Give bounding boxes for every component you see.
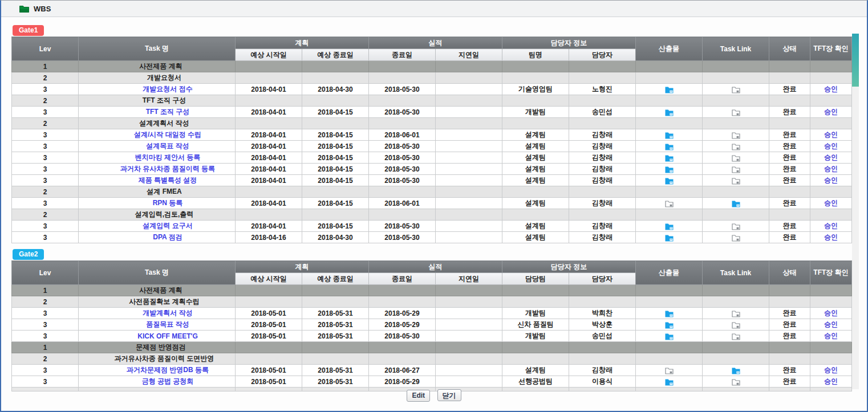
lev-cell: 1	[12, 61, 79, 72]
deliverable-gray-folder-icon[interactable]	[665, 200, 674, 207]
task-name-link[interactable]: TFT 조직 구성	[146, 108, 190, 116]
team-cell: 설계팀	[502, 198, 569, 209]
task-link-gray-folder-icon[interactable]	[732, 177, 740, 185]
task-name-link[interactable]: 과거차문제점 반영DB 등록	[127, 366, 209, 374]
tasklink-cell	[703, 198, 769, 209]
deliverable-blue-folder-icon[interactable]	[665, 378, 674, 386]
approve-link[interactable]: 승인	[824, 332, 838, 340]
deliverable-blue-folder-icon[interactable]	[665, 177, 674, 185]
task-name-link[interactable]: 개발요청서 접수	[143, 85, 192, 93]
approve-link[interactable]: 승인	[824, 142, 838, 150]
deliverable-blue-folder-icon[interactable]	[665, 109, 674, 116]
close-button[interactable]: 닫기	[437, 389, 461, 401]
empty-cell	[569, 61, 636, 72]
deliverable-blue-folder-icon[interactable]	[665, 166, 674, 173]
deliverable-blue-folder-icon[interactable]	[665, 154, 674, 162]
task-link-gray-folder-icon[interactable]	[732, 310, 740, 317]
task-name-link[interactable]: 설계입력 요구서	[143, 222, 192, 230]
col-header-owner-team: 팀명	[502, 49, 569, 61]
deliverable-blue-folder-icon[interactable]	[665, 310, 674, 317]
scrollbar-thumb[interactable]	[852, 34, 859, 87]
deliverable-blue-folder-icon[interactable]	[665, 143, 674, 150]
lev-cell: 3	[12, 331, 79, 342]
empty-cell	[569, 209, 636, 221]
task-link-gray-folder-icon[interactable]	[732, 86, 740, 93]
task-cell: 설계계획서 작성	[79, 118, 236, 129]
status-cell: 완료	[769, 376, 810, 387]
task-link-gray-folder-icon[interactable]	[732, 109, 740, 116]
status-cell: 완료	[769, 319, 810, 331]
status-cell: 완료	[769, 221, 810, 232]
task-row: 3TFT 조직 구성2018-04-012018-04-152018-05-30…	[12, 107, 852, 118]
task-link-blue-folder-icon[interactable]	[732, 200, 740, 207]
vertical-scrollbar[interactable]	[852, 34, 859, 389]
task-name-link[interactable]: 설계목표 작성	[146, 142, 189, 150]
team-cell: 설계팀	[502, 232, 569, 243]
lev-cell: 2	[12, 296, 79, 308]
col-header-tft-confirm: TFT장 확인	[810, 261, 852, 285]
status-cell: 완료	[769, 129, 810, 141]
task-row: 3벤치마킹 제안서 등록2018-04-012018-04-152018-05-…	[12, 152, 852, 164]
task-link-gray-folder-icon[interactable]	[732, 378, 740, 386]
deliverable-blue-folder-icon[interactable]	[665, 223, 674, 230]
task-link-gray-folder-icon[interactable]	[732, 154, 740, 162]
task-link-gray-folder-icon[interactable]	[732, 223, 740, 230]
deliverable-blue-folder-icon[interactable]	[665, 321, 674, 329]
deliverable-cell	[636, 152, 703, 164]
task-name-link[interactable]: RPN 등록	[153, 199, 183, 207]
approve-link[interactable]: 승인	[824, 377, 838, 385]
task-name-link[interactable]: 제품 특별특성 설정	[139, 176, 197, 184]
col-header-owner-team: 담당팀	[502, 273, 569, 285]
approve-link[interactable]: 승인	[824, 320, 838, 328]
task-row: 3설계입력 요구서2018-04-012018-04-152018-05-30설…	[12, 221, 852, 232]
task-name-link[interactable]: 벤치마킹 제안서 등록	[135, 153, 201, 161]
team-cell: 설계팀	[502, 129, 569, 141]
task-link-gray-folder-icon[interactable]	[732, 132, 740, 139]
deliverable-cell	[636, 141, 703, 152]
approve-link[interactable]: 승인	[824, 222, 838, 230]
task-name-link[interactable]: 금형 공법 공청회	[142, 377, 194, 385]
task-name-link[interactable]: DPA 점검	[153, 233, 182, 241]
task-link-gray-folder-icon[interactable]	[732, 321, 740, 329]
empty-cell	[810, 61, 852, 72]
task-name-link[interactable]: KICK OFF MEET'G	[137, 332, 198, 340]
deliverable-blue-folder-icon[interactable]	[665, 86, 674, 93]
empty-cell	[769, 342, 810, 353]
approve-link[interactable]: 승인	[824, 176, 838, 184]
approve-link[interactable]: 승인	[824, 130, 838, 138]
edit-button[interactable]: Edit	[407, 390, 430, 402]
person-cell: 김창래	[569, 365, 636, 376]
task-name-link[interactable]: 개발계획서 작성	[143, 309, 192, 317]
approve-link[interactable]: 승인	[824, 165, 838, 173]
task-name-link[interactable]: 품질목표 작성	[146, 320, 189, 328]
task-cell: 벤치마킹 제안서 등록	[79, 152, 236, 164]
task-link-blue-folder-icon[interactable]	[732, 367, 740, 374]
col-header-expected-start: 예상 시작일	[236, 49, 302, 61]
team-cell: 설계팀	[502, 175, 569, 186]
task-name-link[interactable]: 과거차 유사차종 품질이력 등록	[120, 165, 215, 173]
approve-link[interactable]: 승인	[824, 153, 838, 161]
task-link-gray-folder-icon[interactable]	[732, 333, 740, 340]
approve-link[interactable]: 승인	[824, 199, 838, 207]
lev-cell: 3	[12, 376, 79, 387]
task-cell: 과거차문제점 반영DB 등록	[79, 365, 236, 376]
task-cell: KICK OFF MEET'G	[79, 331, 236, 342]
col-header-task-link: Task Link	[703, 261, 769, 285]
task-name-link[interactable]: 설계/시작 대일정 수립	[134, 130, 201, 138]
deliverable-gray-folder-icon[interactable]	[665, 367, 674, 374]
deliverable-cell	[636, 129, 703, 141]
deliverable-blue-folder-icon[interactable]	[665, 333, 674, 340]
approve-link[interactable]: 승인	[824, 108, 838, 116]
confirm-cell: 승인	[810, 141, 852, 152]
task-row: 3개발계획서 작성2018-05-012018-05-312018-05-29개…	[12, 308, 852, 319]
deliverable-blue-folder-icon[interactable]	[665, 132, 674, 139]
approve-link[interactable]: 승인	[824, 233, 838, 241]
approve-link[interactable]: 승인	[824, 366, 838, 374]
task-link-gray-folder-icon[interactable]	[732, 166, 740, 173]
task-link-gray-folder-icon[interactable]	[732, 143, 740, 150]
approve-link[interactable]: 승인	[824, 85, 838, 93]
deliverable-blue-folder-icon[interactable]	[665, 234, 674, 242]
approve-link[interactable]: 승인	[824, 309, 838, 317]
task-cell: RPN 등록	[79, 198, 236, 209]
task-link-gray-folder-icon[interactable]	[732, 234, 740, 242]
